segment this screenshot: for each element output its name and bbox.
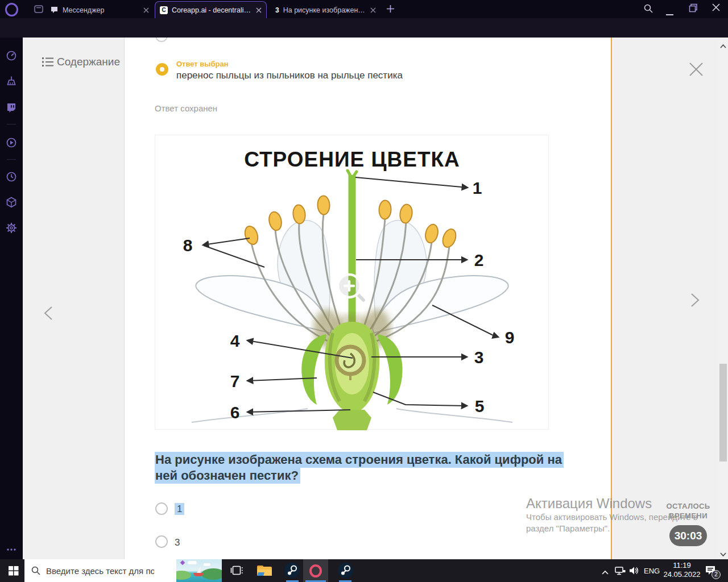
task-view-button[interactable] (230, 565, 243, 579)
tab-title: Coreapp.ai - decentralized (172, 6, 252, 14)
clock-time: 11:19 (659, 561, 705, 570)
screen: Мессенджер C Coreapp.ai - decentralized … (0, 0, 728, 582)
tab-favicon: 3 (275, 6, 279, 14)
svg-text:9: 9 (505, 328, 515, 347)
restore-window-icon[interactable] (689, 3, 698, 15)
diagram-title: СТРОЕНИЕ ЦВЕТКА (244, 148, 460, 171)
tab-close-icon[interactable] (370, 7, 376, 13)
tab-close-icon[interactable] (256, 7, 262, 13)
answer-status-label: Ответ выбран (176, 60, 228, 68)
kite-shape (180, 560, 185, 565)
twitch-icon[interactable] (6, 102, 17, 116)
opera-gx-logo-icon[interactable] (5, 3, 18, 16)
next-slide-icon[interactable] (689, 293, 701, 310)
close-window-icon[interactable] (712, 3, 720, 14)
start-button[interactable] (9, 566, 19, 578)
scrollbar-thumb[interactable] (719, 364, 727, 462)
network-icon[interactable] (615, 567, 626, 577)
tab-question[interactable]: 3 На рисунке изображена с (271, 2, 380, 18)
option-radio-3[interactable] (155, 535, 168, 548)
windows-taskbar: ENG 11:19 24.05.2022 2 (0, 559, 728, 582)
boat-sail (197, 566, 201, 573)
address-bar: coreapp.ai/app/player/lesson/5ec295a36bd… (0, 18, 728, 38)
zoom-magnifier-icon[interactable] (338, 275, 363, 300)
language-indicator[interactable]: ENG (644, 567, 660, 575)
workspace-icon[interactable] (34, 5, 43, 15)
clock-date: 24.05.2022 (659, 570, 705, 579)
notification-badge[interactable]: 2 (712, 570, 721, 579)
chat-bubble-icon (50, 6, 59, 14)
radio-selected-icon[interactable] (156, 63, 168, 76)
option-radio-1[interactable] (155, 502, 168, 515)
tab-title: Мессенджер (63, 6, 139, 14)
question-text: На рисунке изображена схема строения цве… (155, 452, 587, 484)
new-tab-button[interactable] (386, 5, 395, 15)
settings-gear-icon[interactable] (6, 222, 17, 236)
gx-mods-cube-icon[interactable] (6, 197, 17, 210)
flower-diagram-svg: СТРОЕНИЕ ЦВЕТКА (155, 135, 549, 430)
taskbar-clock[interactable]: 11:19 24.05.2022 (659, 561, 705, 579)
speed-dial-icon[interactable] (6, 50, 17, 64)
search-illustration (176, 559, 222, 582)
selected-answer-text[interactable]: перенос пыльцы из пыльников на рыльце пе… (176, 70, 403, 81)
receptacle (333, 410, 371, 430)
answer-saved-label: Ответ сохранен (155, 103, 217, 113)
browser-search-icon[interactable] (643, 3, 653, 16)
volume-icon[interactable] (629, 566, 639, 577)
timer-value: 30:03 (669, 525, 707, 546)
timer-label: ОСТАЛОСЬ ВРЕМЕНИ (663, 501, 714, 521)
tab-messenger[interactable]: Мессенджер (46, 2, 154, 18)
contents-list-icon[interactable] (42, 56, 53, 70)
radio-partial[interactable] (155, 38, 168, 42)
cleaner-brush-icon[interactable] (6, 76, 17, 89)
svg-text:7: 7 (230, 372, 240, 390)
sepal (301, 334, 326, 405)
island-hill (201, 568, 222, 580)
scroll-up-icon[interactable] (720, 40, 726, 51)
close-lesson-icon[interactable] (688, 61, 704, 80)
svg-text:1: 1 (473, 178, 482, 197)
opera-gx-taskbar-icon[interactable] (309, 564, 322, 577)
browser-tab-bar: Мессенджер C Coreapp.ai - decentralized … (0, 0, 728, 18)
page-viewport: Содержание Ответ выбран перенос пыльцы и… (23, 38, 728, 559)
minimize-icon[interactable] (666, 8, 674, 18)
tab-coreapp-active[interactable]: C Coreapp.ai - decentralized (155, 1, 267, 18)
svg-text:6: 6 (230, 403, 240, 422)
contents-toggle[interactable]: Содержание (57, 56, 120, 68)
flower-diagram-figure[interactable]: СТРОЕНИЕ ЦВЕТКА (155, 135, 549, 430)
lesson-card: Ответ выбран перенос пыльцы из пыльников… (125, 38, 612, 559)
tab-title: На рисунке изображена с (283, 6, 366, 14)
steam-icon-2[interactable] (338, 563, 353, 578)
coreapp-favicon: C (160, 6, 168, 14)
option-label-3[interactable]: 3 (175, 537, 180, 548)
history-clock-icon[interactable] (6, 171, 17, 185)
search-icon (31, 566, 40, 575)
svg-text:4: 4 (230, 331, 240, 350)
svg-text:5: 5 (475, 397, 485, 415)
prev-slide-icon[interactable] (43, 306, 54, 323)
video-popout-icon[interactable] (6, 137, 17, 151)
svg-text:2: 2 (474, 251, 484, 269)
steam-icon-1[interactable] (284, 563, 300, 578)
option-label-1[interactable]: 1 (175, 504, 184, 515)
file-explorer-button[interactable] (257, 565, 272, 579)
scroll-down-icon[interactable] (720, 549, 726, 559)
tab-close-icon[interactable] (143, 7, 149, 13)
search-input[interactable] (46, 566, 154, 576)
svg-text:3: 3 (474, 348, 484, 367)
sidebar-divider (7, 159, 16, 160)
sidebar-more-icon[interactable] (6, 543, 16, 554)
ovule (337, 347, 364, 374)
sidebar-divider (7, 124, 16, 124)
browser-sidebar (0, 38, 23, 559)
taskbar-search[interactable] (24, 559, 222, 582)
tray-chevron-up-icon[interactable] (601, 567, 609, 577)
svg-text:8: 8 (183, 236, 193, 255)
page-scrollbar[interactable] (718, 38, 728, 559)
